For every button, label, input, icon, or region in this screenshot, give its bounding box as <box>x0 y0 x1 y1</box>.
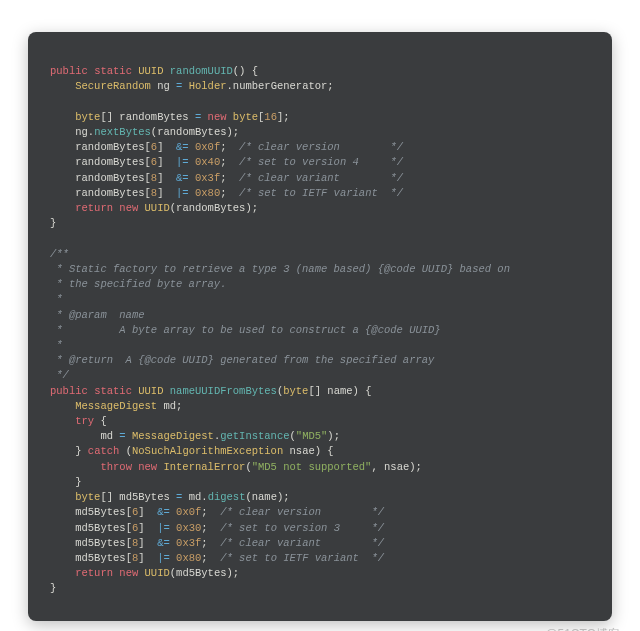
operator: &= <box>176 141 189 153</box>
keyword: return <box>75 202 113 214</box>
comment: /* clear version */ <box>239 141 403 153</box>
identifier: randomBytes <box>75 141 144 153</box>
keyword: new <box>138 461 157 473</box>
identifier: numberGenerator <box>233 80 328 92</box>
comment: * <box>50 293 63 305</box>
identifier: md <box>163 400 176 412</box>
operator: |= <box>176 187 189 199</box>
number: 0x80 <box>195 187 220 199</box>
number: 0x80 <box>176 552 201 564</box>
identifier: md5Bytes <box>75 506 125 518</box>
operator: |= <box>157 522 170 534</box>
type: MessageDigest <box>75 400 157 412</box>
identifier: randomBytes <box>119 111 188 123</box>
identifier: md5Bytes <box>75 522 125 534</box>
identifier: randomBytes <box>75 156 144 168</box>
type: UUID <box>145 567 170 579</box>
operator: &= <box>176 172 189 184</box>
number: 0x3f <box>195 172 220 184</box>
type: SecureRandom <box>75 80 151 92</box>
keyword: return <box>75 567 113 579</box>
code-panel: public static UUID randomUUID() { Secure… <box>28 32 612 621</box>
keyword: static <box>94 65 132 77</box>
identifier: ng <box>157 80 170 92</box>
operator: &= <box>157 537 170 549</box>
method-name: randomUUID <box>170 65 233 77</box>
type: MessageDigest <box>132 430 214 442</box>
keyword: static <box>94 385 132 397</box>
type: UUID <box>138 385 163 397</box>
number: 0x3f <box>176 537 201 549</box>
method-call: getInstance <box>220 430 289 442</box>
keyword: new <box>119 202 138 214</box>
number: 0x0f <box>195 141 220 153</box>
type: byte <box>233 111 258 123</box>
keyword: public <box>50 65 88 77</box>
comment: * the specified byte array. <box>50 278 226 290</box>
type: UUID <box>145 202 170 214</box>
comment: /* set to version 4 */ <box>239 156 403 168</box>
keyword: public <box>50 385 88 397</box>
type: InternalError <box>163 461 245 473</box>
type: NoSuchAlgorithmException <box>132 445 283 457</box>
comment: * @return A {@code UUID} generated from … <box>50 354 434 366</box>
comment: /* set to IETF variant */ <box>220 552 384 564</box>
number: 16 <box>264 111 277 123</box>
comment: /* set to IETF variant */ <box>239 187 403 199</box>
identifier: md <box>100 430 113 442</box>
comment: * <box>50 339 63 351</box>
type: Holder <box>189 80 227 92</box>
comment: /* clear variant */ <box>220 537 384 549</box>
type: byte <box>75 111 100 123</box>
operator: |= <box>157 552 170 564</box>
type: byte <box>75 491 100 503</box>
method-call: digest <box>208 491 246 503</box>
number: 0x30 <box>176 522 201 534</box>
watermark-label: @51CTO博客 <box>545 626 620 631</box>
comment: /** <box>50 248 69 260</box>
identifier: randomBytes <box>75 172 144 184</box>
number: 0x0f <box>176 506 201 518</box>
type: byte <box>283 385 308 397</box>
operator: |= <box>176 156 189 168</box>
identifier: md5Bytes <box>119 491 169 503</box>
comment: * A byte array to be used to construct a… <box>50 324 441 336</box>
comment: * Static factory to retrieve a type 3 (n… <box>50 263 510 275</box>
string: "MD5" <box>296 430 328 442</box>
identifier: md <box>189 491 202 503</box>
keyword: throw <box>100 461 132 473</box>
identifier: name <box>327 385 352 397</box>
identifier: name <box>252 491 277 503</box>
comment: */ <box>50 369 69 381</box>
code-block: public static UUID randomUUID() { Secure… <box>50 64 590 597</box>
identifier: nsae <box>290 445 315 457</box>
identifier: randomBytes <box>176 202 245 214</box>
number: 0x40 <box>195 156 220 168</box>
type: UUID <box>138 65 163 77</box>
comment: /* clear version */ <box>220 506 384 518</box>
identifier: md5Bytes <box>75 537 125 549</box>
method-call: nextBytes <box>94 126 151 138</box>
identifier: randomBytes <box>157 126 226 138</box>
string: "MD5 not supported" <box>252 461 372 473</box>
comment: /* set to version 3 */ <box>220 522 384 534</box>
identifier: nsae <box>384 461 409 473</box>
keyword: try <box>75 415 94 427</box>
identifier: ng <box>75 126 88 138</box>
identifier: md5Bytes <box>176 567 226 579</box>
keyword: catch <box>88 445 120 457</box>
comment: /* clear variant */ <box>239 172 403 184</box>
keyword: new <box>208 111 227 123</box>
comment: * @param name <box>50 309 145 321</box>
identifier: randomBytes <box>75 187 144 199</box>
keyword: new <box>119 567 138 579</box>
operator: &= <box>157 506 170 518</box>
method-name: nameUUIDFromBytes <box>170 385 277 397</box>
identifier: md5Bytes <box>75 552 125 564</box>
